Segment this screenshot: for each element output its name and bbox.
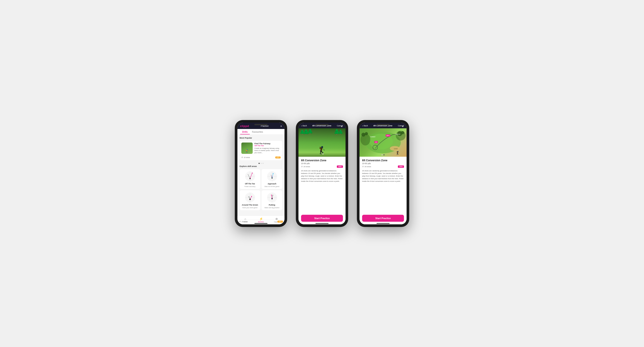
- svg-point-18: [272, 176, 272, 177]
- svg-point-39: [271, 195, 272, 196]
- svg-point-46: [362, 133, 366, 137]
- back-chevron-icon: ‹: [301, 124, 302, 127]
- img-dot-2: [322, 153, 324, 155]
- back-button[interactable]: ‹ Back: [301, 124, 307, 127]
- phone3-back-chevron-icon: ‹: [362, 124, 363, 127]
- miss-pin: Miss: [386, 134, 390, 137]
- carousel-dots: [240, 162, 282, 165]
- svg-point-49: [401, 131, 404, 134]
- dot-1: [258, 163, 260, 164]
- arg-badge: ARG: [337, 165, 343, 168]
- phone3-back-button[interactable]: ‹ Back: [362, 124, 368, 127]
- phone3-header: ‹ Back 6ft Conversion Zone Cancel: [360, 123, 406, 128]
- most-popular-title: Most Popular: [240, 137, 282, 139]
- skill-atg-desc: Hone your short game: [242, 207, 258, 208]
- drill-description: Create an imaginary fairway using trees …: [254, 147, 280, 154]
- phone3-drill-range: 10-50 yds: [362, 162, 404, 165]
- timer-icon: ⏱: [301, 166, 303, 168]
- phone3-drill-content: ★ 6ft Conversion Zone 10-50 yds ⏱ 20 sho…: [360, 157, 406, 213]
- skill-putting-desc: Make and lag practice: [264, 207, 279, 208]
- skill-approach[interactable]: Approach Dial-in to hit the green: [262, 169, 282, 189]
- map-dot-1: [382, 154, 382, 155]
- drill-body-text: 20 shots are randomly generated at dista…: [301, 170, 343, 183]
- phone3-start-btn-area: Start Practice: [360, 213, 406, 224]
- drill-thumbnail: 🏌️: [241, 143, 253, 154]
- timer-icon: ⏱: [241, 156, 243, 158]
- start-btn-area: Start Practice: [298, 213, 346, 224]
- svg-point-47: [365, 132, 368, 135]
- phone3-drill-body-text: 20 shots are randomly generated at dista…: [362, 170, 404, 183]
- phone-3: ‹ Back 6ft Conversion Zone Cancel SAND: [357, 120, 409, 227]
- drill-subtitle: Off The Tee: [254, 145, 280, 147]
- phone2-header: ‹ Back 6ft Conversion Zone Cancel: [298, 123, 346, 128]
- tab-drills[interactable]: Drills: [240, 129, 250, 134]
- svg-text:FAIRWAY: FAIRWAY: [370, 136, 376, 138]
- putting-icon: [267, 192, 278, 203]
- svg-point-28: [251, 196, 252, 197]
- shots-label: ⏱ 10 shots: [241, 156, 250, 158]
- skill-putting-name: Putting: [269, 204, 275, 206]
- golfer-thumb-icon: 🏌️: [245, 149, 249, 153]
- phone-2-screen: ‹ Back 6ft Conversion Zone Cancel 🌲 🌲 🌲 …: [298, 123, 346, 224]
- phone1-header: clippd Practice ≡: [238, 123, 284, 129]
- phone3-drill-name: 6ft Conversion Zone: [362, 159, 404, 162]
- skill-approach-desc: Dial-in to hit the green: [264, 186, 279, 187]
- svg-text:ROUGH: ROUGH: [396, 134, 400, 135]
- phone3-timer-icon: ⏱: [362, 166, 364, 168]
- svg-point-17: [273, 173, 274, 174]
- drill-course-image: 🌲 🌲 🌲 🌲 🌲 🏌️: [298, 128, 346, 157]
- header-title: Practice: [261, 125, 268, 127]
- img-dot-1: [320, 153, 322, 155]
- approach-icon: [267, 171, 278, 182]
- map-dot-2: [384, 154, 384, 155]
- map-image-dots: [360, 154, 406, 155]
- tabs-bar: Drills Favourites: [238, 129, 284, 135]
- phone-2: ‹ Back 6ft Conversion Zone Cancel 🌲 🌲 🌲 …: [296, 120, 348, 227]
- drill-range: 10-50 yds: [301, 162, 343, 165]
- svg-point-8: [252, 173, 253, 174]
- phone3-start-practice-button[interactable]: Start Practice: [362, 215, 404, 222]
- app-logo: clippd: [240, 124, 249, 128]
- skill-approach-name: Approach: [268, 183, 276, 185]
- drill-shots-row: ⏱ 20 shots ARG: [301, 165, 343, 168]
- image-dots: [298, 153, 346, 155]
- hit-pin: Hit: [374, 141, 378, 143]
- dot-3: [262, 163, 264, 164]
- svg-point-37: [272, 195, 273, 196]
- phone1-content: Most Popular 🏌️ Find The Fairway Off The…: [238, 135, 284, 216]
- svg-text:SAND: SAND: [394, 148, 398, 150]
- skill-ott-name: Off The Tee: [245, 183, 255, 185]
- skill-atg-name: Around The Green: [242, 204, 258, 206]
- dot-2: [260, 163, 262, 164]
- drill-title: Find The Fairway: [254, 143, 280, 145]
- phone2-header-title: 6ft Conversion Zone: [312, 125, 331, 127]
- skill-ott-desc: Power accuracy: [244, 186, 256, 187]
- skills-grid: Off The Tee Power accuracy: [240, 169, 282, 210]
- phone3-drill-shots-row: ⏱ 20 shots ARG: [362, 165, 404, 168]
- skill-off-the-tee[interactable]: Off The Tee Power accuracy: [240, 169, 260, 189]
- phone-3-screen: ‹ Back 6ft Conversion Zone Cancel SAND: [360, 123, 406, 224]
- featured-drill-card[interactable]: 🏌️ Find The Fairway Off The Tee Create a…: [240, 141, 282, 156]
- drill-card-stats: ⏱ 10 shots OTT: [240, 156, 282, 160]
- phone-1: clippd Practice ≡ Drills Favourites Most…: [235, 120, 287, 227]
- around-green-icon: [244, 192, 256, 203]
- drill-map-image: SAND FAIRWAY ROUGH Miss Hit: [360, 128, 406, 157]
- tree-icon-5: 🌲: [334, 129, 340, 135]
- drill-name: 6ft Conversion Zone: [301, 159, 343, 162]
- badge-ott: OTT: [275, 156, 280, 158]
- menu-icon[interactable]: ≡: [280, 125, 282, 128]
- skill-around-green[interactable]: Around The Green Hone your short game: [240, 190, 260, 210]
- phone3-header-title: 6ft Conversion Zone: [374, 125, 392, 127]
- phone-1-screen: clippd Practice ≡ Drills Favourites Most…: [238, 123, 284, 224]
- phone2-drill-content: ★ 6ft Conversion Zone 10-50 yds ⏱ 20 sho…: [298, 157, 346, 213]
- start-practice-button[interactable]: Start Practice: [301, 215, 343, 222]
- explore-skills-title: Explore skill areas: [240, 165, 282, 167]
- drill-info: Find The Fairway Off The Tee Create an i…: [254, 143, 280, 154]
- phone3-shots-text: ⏱ 20 shots: [362, 166, 371, 168]
- phone3-arg-badge: ARG: [398, 165, 404, 168]
- shots-text: ⏱ 20 shots: [301, 166, 310, 168]
- tab-favourites[interactable]: Favourites: [250, 129, 265, 134]
- tree-icon-3: 🌲: [307, 129, 313, 134]
- off-tee-icon: [244, 171, 256, 182]
- skill-putting[interactable]: Putting Make and lag practice: [262, 190, 282, 210]
